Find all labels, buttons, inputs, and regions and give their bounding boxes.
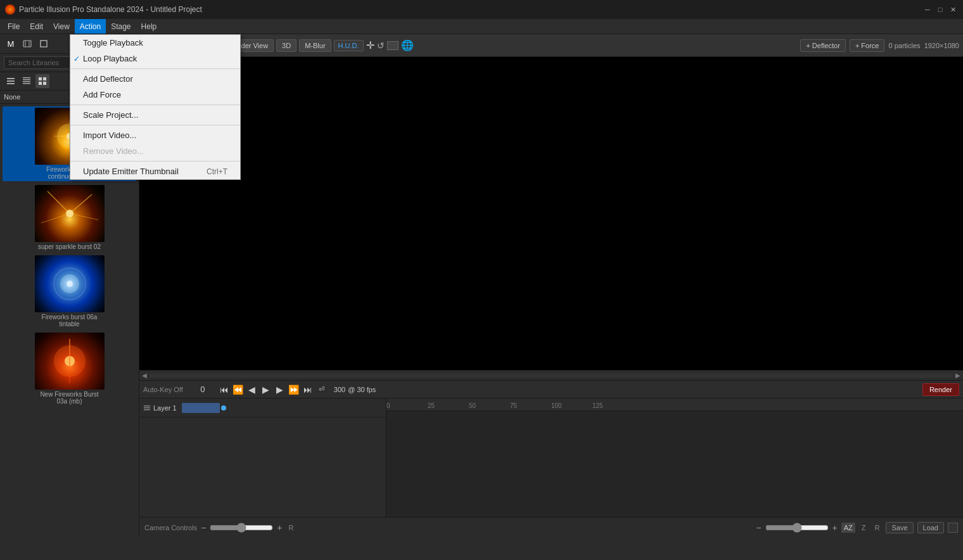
maximize-button[interactable]: □ (935, 4, 945, 15)
menu-help[interactable]: Help (136, 19, 162, 34)
loop-button[interactable]: ⏎ (315, 383, 329, 397)
menu-update-emitter-thumbnail[interactable]: Update Emitter Thumbnail Ctrl+T (70, 163, 240, 179)
svg-line-20 (48, 191, 70, 213)
compact-list-button[interactable] (20, 74, 34, 88)
prev-frame-button[interactable]: ◀ (245, 383, 259, 397)
fps-display: @ 30 fps (348, 386, 376, 393)
timeline-area: Layer 1 0 25 50 75 100 125 (139, 398, 963, 537)
globe-icon[interactable]: 🌐 (401, 39, 414, 51)
svg-rect-8 (23, 79, 30, 80)
cam-slider-right[interactable] (765, 523, 829, 533)
add-deflector-button[interactable]: + Deflector (800, 39, 846, 52)
cam-az-label[interactable]: AZ (841, 523, 855, 533)
action-dropdown-menu: Toggle Playback Loop Playback Add Deflec… (70, 34, 241, 180)
app-icon (5, 4, 15, 15)
svg-rect-10 (23, 83, 30, 84)
next-frame-button[interactable]: ▶ (273, 383, 287, 397)
thumbnail-label: New Fireworks Burst 03a (mb) (35, 391, 105, 405)
menu-add-deflector[interactable]: Add Deflector (70, 71, 240, 87)
menu-file[interactable]: File (3, 19, 25, 34)
add-force-button[interactable]: + Force (850, 39, 885, 52)
step-back-button[interactable]: ⏪ (231, 383, 245, 397)
timeline-content: Layer 1 0 25 50 75 100 125 (139, 398, 963, 517)
grid-view-button[interactable] (35, 74, 49, 88)
film-icon-button[interactable] (20, 37, 34, 51)
canvas-area: Presets 37% Render View 3D M-Blur H.U.D.… (139, 34, 963, 537)
thumbnail-label: super sparkle burst 02 (38, 243, 101, 250)
go-end-button[interactable]: ⏭ (301, 383, 315, 397)
svg-rect-0 (23, 41, 31, 47)
menu-loop-playback[interactable]: Loop Playback (70, 51, 240, 67)
svg-point-26 (67, 281, 73, 287)
cam-load-button[interactable]: Load (917, 522, 944, 533)
square-icon-button[interactable] (37, 37, 51, 51)
svg-rect-6 (7, 83, 15, 84)
cam-minus-left[interactable]: − (201, 523, 206, 533)
cam-plus-right[interactable]: + (832, 523, 838, 533)
step-forward-button[interactable]: ⏩ (287, 383, 301, 397)
window-controls: ─ □ ✕ (922, 4, 958, 15)
svg-rect-32 (144, 405, 150, 407)
svg-rect-34 (144, 409, 150, 410)
menu-toggle-playback[interactable]: Toggle Playback (70, 35, 240, 51)
svg-rect-5 (7, 80, 15, 82)
layout-icon[interactable] (387, 41, 399, 50)
list-item[interactable]: super sparkle burst 02 (3, 184, 136, 251)
list-item[interactable]: New Fireworks Burst 03a (mb) (3, 331, 136, 406)
3d-button[interactable]: 3D (276, 39, 297, 52)
menu-edit[interactable]: Edit (25, 19, 48, 34)
separator-4 (70, 161, 240, 162)
ruler-100: 100 (551, 402, 592, 409)
particle-count: 0 particles (888, 42, 920, 49)
hamburger-icon (143, 404, 151, 412)
ruler-25: 25 (428, 402, 469, 409)
hud-button[interactable]: H.U.D. (334, 40, 364, 51)
list-item[interactable]: Fireworks burst 06a tintable (3, 254, 136, 329)
cam-minus-right[interactable]: − (756, 523, 761, 533)
title-bar: Particle Illusion Pro Standalone 2024 - … (0, 0, 963, 19)
menu-add-force[interactable]: Add Force (70, 87, 240, 103)
m-icon-button[interactable]: M (4, 37, 18, 51)
camera-controls: Camera Controls − + R − + AZ Z R Save Lo… (139, 517, 963, 537)
mblur-button[interactable]: M-Blur (299, 39, 331, 52)
list-view-button[interactable] (4, 74, 18, 88)
reset-icon[interactable]: ↺ (377, 41, 385, 51)
viewport-toolbar: Presets 37% Render View 3D M-Blur H.U.D.… (139, 34, 963, 57)
cam-settings-icon[interactable] (948, 523, 958, 533)
viewport[interactable] (139, 57, 963, 370)
separator-3 (70, 125, 240, 125)
cam-r-label[interactable]: R (286, 523, 297, 533)
cam-z-label[interactable]: Z (859, 523, 869, 533)
scroll-left-icon[interactable]: ◀ (142, 372, 147, 379)
menu-view[interactable]: View (48, 19, 75, 34)
auto-key-label: Auto-Key Off (143, 386, 183, 393)
svg-line-22 (41, 213, 70, 223)
playback-bar: Auto-Key Off 0 ⏮ ⏪ ◀ ▶ ▶ ⏩ ⏭ ⏎ 300 @ 30 … (139, 380, 963, 398)
menu-stage[interactable]: Stage (106, 19, 136, 34)
crosshair-icon[interactable]: ✛ (366, 39, 374, 51)
cam-plus-left[interactable]: + (277, 523, 282, 533)
menu-action[interactable]: Action (75, 19, 106, 34)
toolbar-right: + Deflector + Force 0 particles 1920×108… (800, 39, 959, 52)
go-start-button[interactable]: ⏮ (217, 383, 231, 397)
play-button[interactable]: ▶ (259, 383, 273, 397)
menu-import-video[interactable]: Import Video... (70, 127, 240, 143)
scroll-right-icon[interactable]: ▶ (955, 372, 960, 379)
menu-remove-video: Remove Video... (70, 143, 240, 159)
cam-slider-left[interactable] (210, 523, 273, 533)
ruler-75: 75 (510, 402, 551, 409)
menu-scale-project[interactable]: Scale Project... (70, 107, 240, 123)
cam-r2-label[interactable]: R (872, 523, 882, 533)
render-button[interactable]: Render (922, 383, 959, 396)
close-button[interactable]: ✕ (948, 4, 958, 15)
cam-save-button[interactable]: Save (886, 522, 913, 533)
layer-name: Layer 1 (153, 404, 177, 412)
menu-bar: File Edit View Action Stage Help (0, 19, 963, 34)
layer-bar[interactable] (182, 403, 220, 413)
svg-rect-3 (41, 41, 47, 47)
svg-rect-4 (7, 78, 15, 79)
minimize-button[interactable]: ─ (922, 4, 933, 15)
total-frames: 300 (334, 386, 345, 393)
ruler-50: 50 (469, 402, 510, 409)
separator-2 (70, 105, 240, 105)
